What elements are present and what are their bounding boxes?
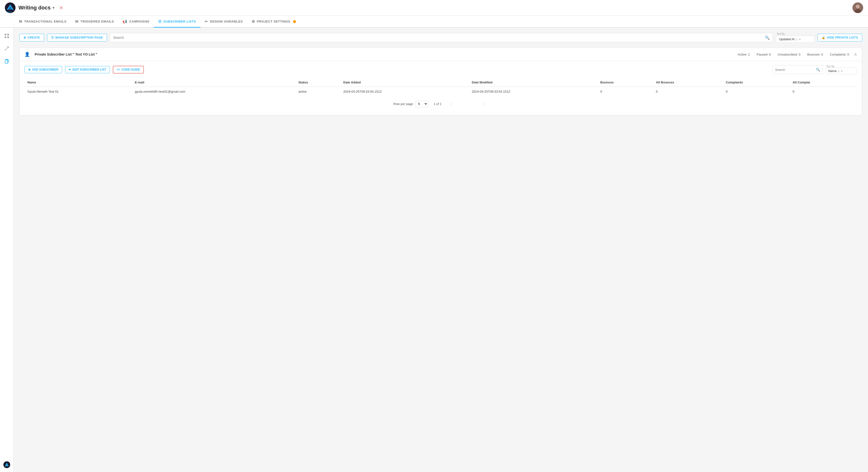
svg-point-11 [5, 50, 6, 51]
svg-point-5 [856, 5, 860, 8]
design-variables-icon: ✂ [205, 20, 208, 24]
create-label: CREATE [28, 36, 40, 39]
nav-tabs: ✉ TRANSACTIONAL EMAILS ✉ TRIGGERED EMAIL… [0, 15, 868, 28]
avatar-image [852, 2, 863, 13]
sort-by-label: Sort By [776, 32, 815, 35]
tools-icon[interactable]: ✕ [59, 5, 63, 11]
project-title[interactable]: Writing docs ▾ [19, 5, 54, 11]
pagination-row: Row per page 5 10 25 50 1 of 1 ⟨⟨ ‹ › ⟩⟩ [25, 96, 857, 111]
inner-search-bar[interactable]: 🔍 [772, 65, 823, 74]
sort-by-inner: Sort By Name ↓ ▾ [826, 65, 857, 74]
next-page-button[interactable]: › [470, 100, 477, 107]
create-button[interactable]: ⊕ CREATE [20, 34, 44, 41]
manage-subscription-page-button[interactable]: ☰ MANAGE SUBSCRIPTION PAGE [47, 34, 107, 41]
sort-inner-arrow-icon: ↓ [838, 69, 840, 73]
search-icon: 🔍 [765, 35, 770, 40]
search-bar[interactable]: 🔍 [110, 33, 773, 42]
notification-dot [293, 20, 296, 23]
sort-by-inner-label: Sort By [826, 65, 857, 68]
rows-per-page-label: Row per page [394, 102, 413, 106]
last-page-button[interactable]: ⟩⟩ [481, 100, 488, 107]
first-page-button[interactable]: ⟨⟨ [447, 100, 455, 107]
svg-rect-7 [5, 34, 6, 35]
project-chevron-icon[interactable]: ▾ [53, 6, 54, 10]
cell-date-added: 2024-04-25T09:33:54.151Z [340, 87, 469, 97]
add-subscriber-label: ADD SUBSCRIBER [32, 68, 59, 71]
svg-rect-10 [7, 36, 9, 38]
sidebar-item-grid[interactable] [2, 32, 11, 40]
cell-all-complaints: 0 [789, 87, 857, 97]
tab-subscriber-lists[interactable]: ☰ SUBSCRIBER LISTS [154, 16, 200, 28]
col-bounces: Bounces [597, 78, 653, 87]
collapse-icon[interactable]: ∧ [854, 52, 857, 57]
sort-chevron-icon: ▾ [799, 38, 801, 41]
cell-bounces: 0 [597, 87, 653, 97]
sort-by-outer: Sort By Updated At ↓ ▾ [776, 32, 815, 43]
project-title-text: Writing docs [19, 5, 51, 11]
tab-design-variables-label: DESIGN VARIABLES [210, 20, 243, 23]
col-complaints: Complaints [723, 78, 789, 87]
col-all-bounces: All Bounces [653, 78, 723, 87]
svg-rect-13 [5, 60, 8, 63]
sidebar [0, 28, 13, 472]
rows-per-page-select[interactable]: 5 10 25 50 [415, 101, 428, 107]
cell-all-bounces: 0 [653, 87, 723, 97]
code-guide-label: CODE GUIDE [122, 68, 140, 71]
tab-campaigns[interactable]: 📢 CAMPAIGNS [118, 16, 154, 28]
stat-active: Active: 1 [738, 53, 750, 56]
subscriber-list-card: 👤 Private Subscriber List " Test YO List… [20, 48, 862, 116]
inner-search-input[interactable] [775, 68, 816, 71]
stat-paused: Paused: 0 [757, 53, 771, 56]
tools-sidebar-icon [4, 46, 9, 51]
col-date-added: Date Added [340, 78, 469, 87]
list-stats: Active: 1 Paused: 0 Unsubscribed: 0 Boun… [738, 53, 849, 56]
hide-private-lists-button[interactable]: 🔒 HIDE PRIVATE LISTS [817, 34, 862, 41]
list-title: Private Subscriber List " Test YO List " [35, 53, 733, 56]
prev-page-button[interactable]: ‹ [459, 100, 466, 107]
toolbar: ⊕ CREATE ☰ MANAGE SUBSCRIPTION PAGE 🔍 So… [20, 32, 862, 43]
search-input[interactable] [113, 36, 765, 39]
cell-complaints: 0 [723, 87, 789, 97]
col-date-modified: Date Modified [469, 78, 597, 87]
sort-by-value: Updated At [779, 37, 795, 41]
main-content: ⊕ CREATE ☰ MANAGE SUBSCRIPTION PAGE 🔍 So… [13, 28, 868, 472]
logo-icon: bluefox [5, 2, 16, 13]
edit-subscriber-list-button[interactable]: ✏ EDIT SUBSCRIBER LIST [65, 66, 110, 73]
inner-toolbar: ⊕ ADD SUBSCRIBER ✏ EDIT SUBSCRIBER LIST … [25, 65, 857, 74]
layout: ⊕ CREATE ☰ MANAGE SUBSCRIPTION PAGE 🔍 So… [0, 28, 868, 472]
logo-area: bluefox Writing docs ▾ ✕ [5, 2, 63, 13]
stat-bounces: Bounces: 0 [807, 53, 823, 56]
tab-transactional-emails[interactable]: ✉ TRANSACTIONAL EMAILS [14, 16, 71, 28]
tab-design-variables[interactable]: ✂ DESIGN VARIABLES [200, 16, 247, 28]
tab-project-settings[interactable]: ⚙ PROJECT SETTINGS [247, 16, 301, 28]
top-header: bluefox Writing docs ▾ ✕ [0, 0, 868, 15]
project-settings-icon: ⚙ [252, 20, 255, 24]
add-subscriber-button[interactable]: ⊕ ADD SUBSCRIBER [25, 66, 62, 73]
tab-project-settings-label: PROJECT SETTINGS [257, 20, 290, 23]
manage-icon: ☰ [51, 36, 54, 39]
add-subscriber-icon: ⊕ [28, 68, 31, 71]
transactional-emails-icon: ✉ [19, 20, 22, 24]
list-person-icon: 👤 [25, 52, 30, 57]
triggered-emails-icon: ✉ [75, 20, 79, 24]
tab-triggered-emails[interactable]: ✉ TRIGGERED EMAILS [71, 16, 118, 28]
list-card-body: ⊕ ADD SUBSCRIBER ✏ EDIT SUBSCRIBER LIST … [20, 61, 862, 115]
sidebar-item-logo-bottom[interactable] [2, 460, 11, 469]
tab-campaigns-label: CAMPAIGNS [129, 20, 149, 23]
sidebar-item-tools[interactable] [2, 44, 11, 53]
tab-transactional-emails-label: TRANSACTIONAL EMAILS [24, 20, 66, 23]
grid-icon [4, 33, 9, 38]
rows-per-page: Row per page 5 10 25 50 [394, 101, 428, 107]
svg-rect-8 [7, 34, 9, 35]
sort-by-select[interactable]: Updated At ↓ ▾ [776, 36, 815, 43]
stat-complaints: Complaints: 0 [830, 53, 849, 56]
lock-icon: 🔒 [822, 36, 826, 39]
table-row[interactable]: Gyula Németh Test 01 gyula.nemeth85+test… [25, 87, 857, 97]
code-guide-button[interactable]: <> CODE GUIDE [113, 66, 144, 73]
sort-by-inner-select[interactable]: Name ↓ ▾ [826, 68, 857, 74]
cell-date-modified: 2024-04-25T09:33:54.151Z [469, 87, 597, 97]
sidebar-item-copy[interactable] [2, 57, 11, 65]
cell-name: Gyula Németh Test 01 [25, 87, 132, 97]
avatar[interactable] [852, 2, 863, 13]
tab-subscriber-lists-label: SUBSCRIBER LISTS [163, 20, 196, 23]
